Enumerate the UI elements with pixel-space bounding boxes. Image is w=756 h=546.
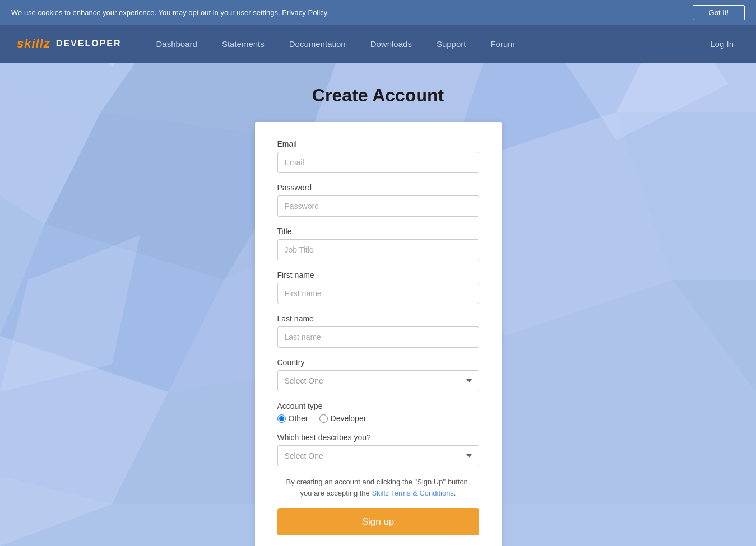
page-title: Create Account (312, 85, 444, 106)
nav-support[interactable]: Support (424, 25, 479, 63)
title-label: Title (277, 227, 479, 236)
got-it-button[interactable]: Got It! (693, 5, 745, 20)
describes-group: Which best describes you? Select One (277, 433, 479, 466)
radio-other-input[interactable] (277, 414, 286, 423)
nav-dashboard[interactable]: Dashboard (144, 25, 210, 63)
firstname-label: First name (277, 270, 479, 279)
navbar: skillz DEVELOPER Dashboard Statements Do… (0, 25, 756, 63)
password-group: Password (277, 183, 479, 217)
country-group: Country Select One (277, 358, 479, 391)
nav-downloads[interactable]: Downloads (358, 25, 424, 63)
account-type-label: Account type (277, 402, 479, 410)
skillz-logo: skillz (17, 36, 50, 51)
radio-other-label[interactable]: Other (277, 414, 308, 423)
lastname-group: Last name (277, 314, 479, 348)
country-select[interactable]: Select One (277, 370, 479, 391)
email-input[interactable] (277, 152, 479, 173)
radio-developer-text: Developer (331, 414, 367, 423)
account-type-group: Account type Other Developer (277, 402, 479, 423)
terms-line2: you are accepting the (300, 489, 370, 497)
nav-statements[interactable]: Statements (210, 25, 277, 63)
create-account-form: Email Password Title First name Last nam… (255, 122, 502, 546)
nav-documentation[interactable]: Documentation (277, 25, 358, 63)
cookie-banner: We use cookies to enhance your experienc… (0, 0, 756, 25)
country-label: Country (277, 358, 479, 367)
signup-button[interactable]: Sign up (277, 508, 479, 535)
terms-link[interactable]: Skillz Terms & Conditions (372, 489, 453, 497)
lastname-input[interactable] (277, 326, 479, 348)
password-label: Password (277, 183, 479, 192)
describes-select[interactable]: Select One (277, 445, 479, 466)
terms-period: . (454, 489, 456, 497)
password-input[interactable] (277, 195, 479, 217)
main-content: Create Account Email Password Title Firs… (0, 63, 756, 546)
firstname-input[interactable] (277, 283, 479, 304)
email-label: Email (277, 139, 479, 148)
firstname-group: First name (277, 270, 479, 304)
describes-label: Which best describes you? (277, 433, 479, 442)
radio-developer-label[interactable]: Developer (319, 414, 367, 423)
cookie-text: We use cookies to enhance your experienc… (11, 8, 280, 17)
account-type-radio-row: Other Developer (277, 414, 479, 423)
terms-line1: By creating an account and clicking the … (286, 478, 470, 486)
login-button[interactable]: Log In (704, 39, 739, 49)
terms-text: By creating an account and clicking the … (277, 477, 479, 498)
nav-forum[interactable]: Forum (478, 25, 527, 63)
email-group: Email (277, 139, 479, 173)
logo-area: skillz DEVELOPER (17, 36, 122, 51)
lastname-label: Last name (277, 314, 479, 323)
radio-other-text: Other (289, 414, 308, 423)
radio-developer-input[interactable] (319, 414, 328, 423)
cookie-message: We use cookies to enhance your experienc… (11, 8, 681, 17)
privacy-policy-link[interactable]: Privacy Policy (282, 8, 327, 17)
job-title-input[interactable] (277, 239, 479, 260)
title-group: Title (277, 227, 479, 260)
developer-label: DEVELOPER (56, 39, 122, 49)
nav-links: Dashboard Statements Documentation Downl… (144, 25, 705, 63)
